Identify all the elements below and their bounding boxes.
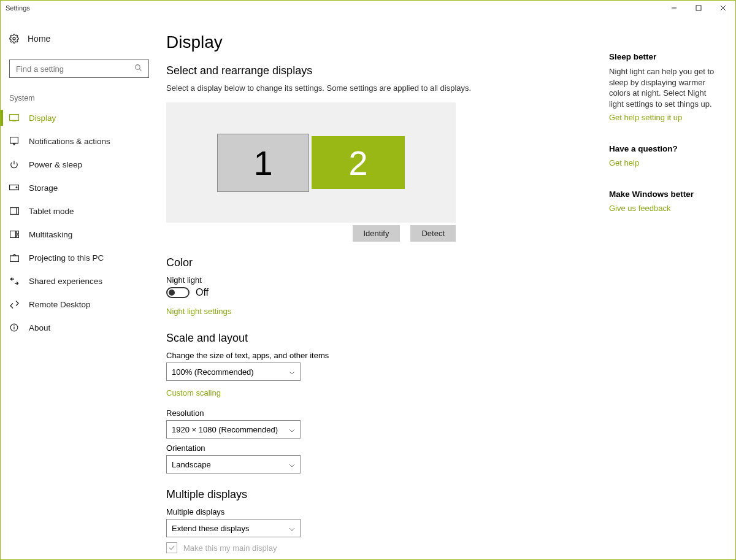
gear-icon	[9, 34, 19, 44]
sidebar-item-power[interactable]: Power & sleep	[1, 153, 158, 176]
sidebar-item-label: Multitasking	[29, 230, 72, 239]
feedback-header: Make Windows better	[609, 190, 719, 199]
chevron-down-icon	[289, 524, 295, 533]
night-light-state: Off	[196, 287, 209, 298]
svg-rect-13	[10, 208, 18, 215]
home-button[interactable]: Home	[1, 29, 158, 48]
main-display-checkbox[interactable]	[166, 542, 177, 553]
feedback-link[interactable]: Give us feedback	[609, 204, 719, 213]
multiple-label: Multiple displays	[166, 507, 609, 516]
question-header: Have a question?	[609, 144, 719, 153]
sidebar-item-about[interactable]: About	[1, 316, 158, 339]
remote-icon	[9, 299, 19, 309]
multiple-displays-select[interactable]: Extend these displays	[166, 519, 301, 537]
sidebar-item-label: About	[29, 323, 50, 332]
svg-rect-9	[10, 137, 18, 144]
scale-select[interactable]: 100% (Recommended)	[166, 362, 301, 381]
svg-point-21	[14, 326, 15, 326]
svg-point-5	[136, 65, 140, 70]
orientation-label: Orientation	[166, 443, 609, 453]
chevron-down-icon	[289, 425, 295, 434]
svg-rect-7	[10, 115, 19, 121]
svg-rect-17	[17, 235, 19, 238]
display-arrangement-area[interactable]: 1 2	[166, 102, 456, 223]
svg-point-4	[13, 37, 15, 40]
tablet-icon	[9, 206, 19, 216]
sidebar-item-display[interactable]: Display	[1, 106, 158, 129]
sidebar-item-multitasking[interactable]: Multitasking	[1, 223, 158, 246]
search-input[interactable]	[9, 59, 149, 78]
projecting-icon	[9, 253, 19, 263]
power-icon	[9, 159, 19, 169]
about-icon	[9, 323, 19, 332]
multiple-header: Multiple displays	[166, 488, 609, 501]
sidebar-item-label: Tablet mode	[29, 207, 74, 216]
sidebar-item-storage[interactable]: Storage	[1, 176, 158, 199]
monitor-2[interactable]: 2	[312, 136, 405, 189]
home-label: Home	[28, 34, 50, 44]
sidebar-item-label: Display	[29, 113, 56, 123]
multitasking-icon	[9, 229, 19, 239]
multiple-value: Extend these displays	[172, 524, 249, 533]
sidebar-item-label: Storage	[29, 183, 58, 193]
minimize-button[interactable]	[662, 1, 686, 15]
window-title: Settings	[6, 4, 30, 12]
window-controls	[662, 1, 735, 15]
night-light-toggle[interactable]	[166, 287, 190, 298]
sidebar-item-label: Projecting to this PC	[29, 253, 104, 263]
display-icon	[9, 113, 19, 123]
search-field[interactable]	[16, 64, 134, 74]
main-display-checkbox-label: Make this my main display	[183, 543, 277, 553]
scale-description: Change the size of text, apps, and other…	[166, 351, 609, 360]
sleep-better-body: Night light can help you get to sleep by…	[609, 66, 719, 109]
sleep-better-link[interactable]: Get help setting it up	[609, 113, 719, 122]
monitor-1[interactable]: 1	[217, 134, 309, 192]
get-help-link[interactable]: Get help	[609, 158, 719, 167]
sleep-better-header: Sleep better	[609, 52, 719, 61]
sidebar-item-remote[interactable]: Remote Desktop	[1, 293, 158, 316]
main-display-checkbox-row: Make this my main display	[166, 542, 609, 553]
arrange-header: Select and rearrange displays	[166, 64, 609, 77]
svg-rect-1	[696, 6, 701, 10]
sidebar: Home System Display Notifications & acti…	[1, 15, 158, 559]
detect-button[interactable]: Detect	[410, 225, 456, 242]
main-content: Display Select and rearrange displays Se…	[158, 15, 609, 559]
close-button[interactable]	[711, 1, 735, 15]
svg-rect-18	[10, 256, 18, 262]
sidebar-item-notifications[interactable]: Notifications & actions	[1, 129, 158, 153]
orientation-value: Landscape	[172, 460, 211, 469]
scale-value: 100% (Recommended)	[172, 367, 254, 377]
arrange-description: Select a display below to change its set…	[166, 83, 609, 93]
sidebar-item-label: Power & sleep	[29, 160, 82, 169]
shared-icon	[9, 276, 19, 286]
sidebar-item-shared[interactable]: Shared experiences	[1, 269, 158, 293]
night-light-label: Night light	[166, 275, 609, 285]
search-icon	[134, 63, 142, 74]
maximize-button[interactable]	[686, 1, 711, 15]
svg-line-6	[139, 69, 141, 71]
chevron-down-icon	[289, 367, 295, 377]
sidebar-item-tablet[interactable]: Tablet mode	[1, 199, 158, 223]
storage-icon	[9, 183, 19, 193]
orientation-select[interactable]: Landscape	[166, 455, 301, 474]
sidebar-item-label: Notifications & actions	[29, 137, 110, 146]
resolution-label: Resolution	[166, 408, 609, 418]
night-light-settings-link[interactable]: Night light settings	[166, 307, 231, 316]
help-panel: Sleep better Night light can help you ge…	[609, 15, 735, 559]
sidebar-item-label: Remote Desktop	[29, 300, 91, 309]
svg-rect-16	[17, 231, 19, 234]
section-header: System	[1, 85, 158, 106]
titlebar: Settings	[1, 1, 735, 15]
svg-point-12	[16, 187, 17, 188]
resolution-select[interactable]: 1920 × 1080 (Recommended)	[166, 420, 301, 439]
color-header: Color	[166, 256, 609, 269]
sidebar-item-projecting[interactable]: Projecting to this PC	[1, 246, 158, 269]
custom-scaling-link[interactable]: Custom scaling	[166, 388, 221, 397]
svg-rect-15	[10, 231, 15, 238]
notifications-icon	[9, 136, 19, 146]
identify-button[interactable]: Identify	[353, 225, 401, 242]
page-title: Display	[166, 33, 609, 52]
scale-header: Scale and layout	[166, 332, 609, 345]
sidebar-item-label: Shared experiences	[29, 277, 102, 286]
chevron-down-icon	[289, 460, 295, 469]
